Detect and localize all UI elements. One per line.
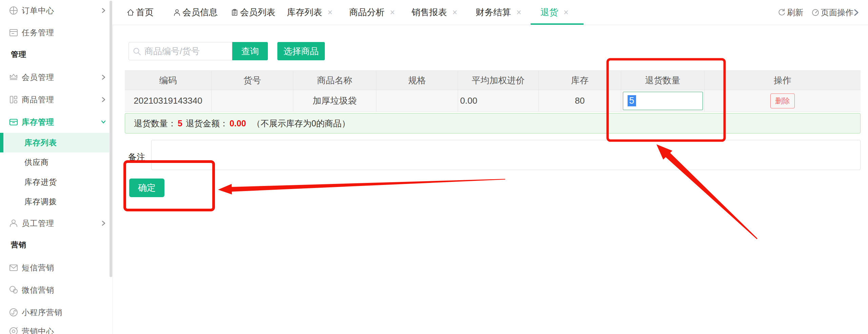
active-indicator-bar: [0, 133, 3, 152]
chevron-right-icon: [100, 97, 106, 103]
tab-member-info[interactable]: 会员信息: [173, 0, 218, 25]
return-qty-input[interactable]: 5: [623, 92, 703, 110]
sidebar-item-product-management[interactable]: 商品管理: [0, 90, 109, 109]
active-tab-underline: [531, 23, 584, 25]
close-icon[interactable]: ×: [516, 8, 521, 17]
annotation-arrowline-horizontal: [230, 179, 505, 192]
sidebar-item-wechat-marketing[interactable]: 微信营销: [0, 280, 109, 300]
annotation-arrowhead-horizontal: [218, 184, 232, 194]
refresh-button[interactable]: 刷新: [777, 0, 803, 25]
tab-product-analysis[interactable]: 商品分析 ×: [349, 0, 395, 25]
summary-amount-label: 退货金额：: [186, 118, 228, 129]
sidebar-group-marketing: 营销: [11, 235, 26, 255]
col-header-avg-price: 平均加权进价: [458, 71, 539, 90]
tasks-icon: [9, 28, 18, 37]
chevron-right-icon: [100, 74, 106, 80]
sidebar-item-sms-marketing[interactable]: 短信营销: [0, 258, 109, 277]
cell-spec: [376, 90, 458, 111]
goods-icon: [9, 95, 18, 104]
tab-bar: 首页 会员信息 会员列表 库存列表 × 商品分析 × 销售报表 × 财务结算 ×…: [113, 0, 868, 25]
sidebar-subitem-inventory-list[interactable]: 库存列表: [0, 133, 109, 152]
remark-label: 备注: [128, 151, 145, 163]
refresh-icon: [777, 8, 786, 17]
cell-name: 加厚垃圾袋: [293, 90, 376, 111]
select-product-button[interactable]: 选择商品: [277, 42, 325, 60]
sidebar-item-staff-management[interactable]: 员工管理: [0, 213, 109, 233]
col-header-code: 编码: [125, 71, 212, 90]
col-header-name: 商品名称: [293, 71, 376, 90]
chevron-right-icon: [100, 220, 106, 226]
cell-code: 20210319143340: [125, 90, 212, 111]
cell-item-no: [212, 90, 293, 111]
sidebar-scrollbar[interactable]: [110, 1, 112, 277]
home-icon: [126, 8, 135, 17]
sidebar-group-management: 管理: [11, 45, 26, 64]
tab-returns[interactable]: 退货 ×: [540, 0, 569, 25]
sidebar-item-inventory-management[interactable]: 库存管理: [0, 112, 109, 132]
col-header-spec: 规格: [376, 71, 458, 90]
mail-icon: [9, 263, 18, 272]
tab-sales-report[interactable]: 销售报表 ×: [412, 0, 457, 25]
app-root: { "colors":{"green":"#12b886","annotatio…: [0, 0, 868, 334]
cell-avg-price: 0.00: [458, 90, 539, 111]
inventory-icon: [9, 117, 18, 127]
col-header-item-no: 货号: [212, 71, 293, 90]
confirm-button[interactable]: 确定: [129, 179, 164, 197]
close-icon[interactable]: ×: [328, 8, 333, 17]
member-icon: [173, 8, 181, 17]
tab-home[interactable]: 首页: [126, 0, 154, 25]
page-operations-button[interactable]: 页面操作: [811, 0, 853, 25]
search-input[interactable]: [129, 42, 232, 60]
close-icon[interactable]: ×: [390, 8, 395, 17]
table-row: 20210319143340 加厚垃圾袋 0.00 80 5 删除: [125, 90, 861, 112]
summary-amount-value: 0.00: [230, 119, 246, 128]
col-header-stock: 库存: [539, 71, 621, 90]
sidebar-item-task-management[interactable]: 任务管理: [0, 23, 109, 42]
return-summary-bar: 退货数量： 5 退货金额： 0.00 （不展示库存为0的商品）: [125, 113, 861, 133]
delete-button[interactable]: 删除: [770, 93, 795, 108]
sidebar-item-order-center[interactable]: 订单中心: [0, 1, 109, 20]
wechat-icon: [9, 285, 18, 295]
gauge-icon: [811, 8, 820, 17]
cell-actions: 删除: [705, 90, 861, 111]
sidebar-item-miniprogram-marketing[interactable]: 小程序营销: [0, 302, 109, 322]
cell-stock: 80: [539, 90, 621, 111]
tab-finance-settlement[interactable]: 财务结算 ×: [476, 0, 521, 25]
close-icon[interactable]: ×: [452, 8, 457, 17]
selected-text: 5: [628, 95, 636, 106]
chevron-right-icon: [100, 7, 106, 14]
sidebar-subitem-supplier[interactable]: 供应商: [0, 152, 109, 172]
summary-qty-value: 5: [178, 119, 182, 128]
summary-note: （不展示库存为0的商品）: [252, 118, 350, 129]
target-icon: [9, 327, 18, 334]
crown-icon: [9, 72, 18, 82]
globe-icon: [9, 6, 18, 15]
expand-right-icon[interactable]: [854, 0, 859, 25]
chevron-down-icon: [100, 119, 106, 125]
miniprogram-icon: [9, 308, 18, 317]
query-button[interactable]: 查询: [232, 42, 268, 60]
search-icon: [133, 47, 141, 57]
sidebar-item-member-management[interactable]: 会员管理: [0, 67, 109, 87]
sidebar-subitem-inventory-purchase[interactable]: 库存进货: [0, 172, 109, 192]
table-header: 编码 货号 商品名称 规格 平均加权进价 库存 退货数量 操作: [125, 70, 861, 90]
list-icon: [231, 8, 239, 17]
summary-qty-label: 退货数量：: [134, 118, 176, 129]
tab-member-list[interactable]: 会员列表: [231, 0, 275, 25]
sidebar: 订单中心 任务管理 管理 会员管理 商品管理 库存管理 库存列表 供应商 库存进…: [0, 0, 113, 334]
remark-textarea[interactable]: [151, 140, 861, 170]
cell-return-qty: 5: [621, 90, 705, 111]
sidebar-subitem-inventory-transfer[interactable]: 库存调拨: [0, 192, 109, 211]
person-icon: [9, 218, 18, 228]
sidebar-item-marketing-center[interactable]: 营销中心: [0, 321, 109, 334]
close-icon[interactable]: ×: [564, 8, 569, 17]
col-header-actions: 操作: [705, 71, 861, 90]
col-header-return-qty: 退货数量: [621, 71, 705, 90]
tab-inventory-list[interactable]: 库存列表 ×: [287, 0, 333, 25]
